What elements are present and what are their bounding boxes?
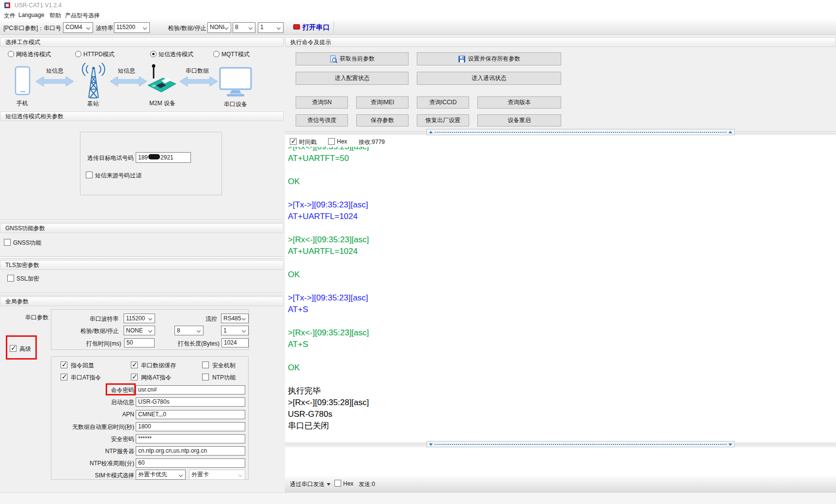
gnss-checkbox[interactable]: [4, 239, 11, 246]
log-splitter-handle[interactable]: [426, 129, 735, 135]
cmd-echo-checkbox[interactable]: [61, 362, 67, 368]
boot-info-input[interactable]: USR-G780s: [136, 397, 245, 407]
log-line: OK: [288, 176, 369, 188]
query-signal-button[interactable]: 查信号强度: [296, 114, 348, 126]
menu-item-product-model[interactable]: 产品型号选择: [65, 12, 100, 20]
enter-comm-button[interactable]: 进入通讯状态: [417, 72, 561, 85]
log-line: USR-G780s: [288, 409, 369, 420]
log-line: >[Rx<-][09:35:23][asc]: [288, 327, 369, 339]
radio-sms-mode[interactable]: [150, 51, 157, 57]
ntp-server-input[interactable]: cn.ntp.org.cn,us.ntp.org.cn: [136, 446, 245, 456]
security-password-input[interactable]: ******: [136, 434, 245, 443]
set-save-params-button[interactable]: 设置并保存所有参数: [417, 52, 561, 65]
arrow-icon: [35, 75, 74, 88]
log-line: [288, 374, 369, 385]
serial-stopbits-select[interactable]: 1: [221, 326, 249, 335]
diagram-node-serial-device: 串口设备: [224, 100, 247, 109]
menu-item-help[interactable]: 帮助: [49, 12, 61, 20]
log-hex-label: Hex: [337, 138, 347, 145]
log-line: [288, 315, 369, 327]
tower-icon: [77, 61, 110, 100]
save-icon: [458, 55, 466, 63]
com-port-select[interactable]: COM4: [63, 22, 93, 33]
menu-item-file[interactable]: 文件: [4, 12, 16, 20]
ntp-checkbox[interactable]: [202, 374, 209, 380]
device-restart-button[interactable]: 设备重启: [477, 114, 561, 126]
parity-label: 检验/数据/停止: [168, 24, 206, 32]
flow-select[interactable]: RS485: [221, 314, 249, 323]
sim-mode-select[interactable]: 外置卡优先: [136, 470, 186, 480]
log-area[interactable]: >[Rx<-][09:35:23][asc]AT+UARTFT=50OK>[Tx…: [285, 135, 836, 442]
baud-select[interactable]: 115200: [114, 22, 150, 33]
diagram-link-sms1: 短信息: [46, 67, 63, 75]
serial-params-label: 串口参数: [25, 314, 48, 322]
section-separator: [0, 256, 284, 259]
menu-item-language[interactable]: Language: [18, 12, 44, 18]
log-line: [288, 281, 369, 292]
auto-restart-input[interactable]: 1800: [136, 422, 245, 431]
apn-input[interactable]: CMNET,,,0: [136, 410, 245, 419]
arrow-icon: [110, 75, 147, 88]
send-input-area[interactable]: [285, 447, 836, 476]
timestamp-label: 时间戳: [299, 138, 316, 146]
diagram-node-phone: 手机: [16, 99, 28, 108]
send-hex-checkbox[interactable]: [334, 480, 341, 487]
ntp-server-label: NTP服务器: [51, 447, 134, 456]
radio-mqtt-mode[interactable]: [213, 51, 220, 57]
log-line: [288, 257, 369, 269]
work-mode-header: 选择工作模式: [0, 37, 284, 47]
save-params-button[interactable]: 保存参数: [356, 114, 409, 126]
status-bar: [0, 492, 836, 504]
security-password-label: 安全密码: [51, 435, 134, 443]
enter-config-button[interactable]: 进入配置状态: [296, 72, 409, 85]
log-line: >[Rx<-][09:35:28][asc]: [288, 397, 369, 409]
timestamp-checkbox[interactable]: [290, 138, 297, 145]
get-params-button[interactable]: 获取当前参数: [296, 52, 409, 65]
serial-baud-label: 串口波特率: [53, 315, 119, 323]
net-at-checkbox[interactable]: [131, 374, 138, 380]
cmd-password-input[interactable]: usr.cn#: [136, 385, 245, 394]
query-version-button[interactable]: 查询版本: [477, 96, 561, 109]
sms-source-filter-label: 短信来源号码过滤: [95, 172, 142, 180]
stopbits-select[interactable]: 1: [258, 22, 284, 33]
baud-label: 波特率: [96, 24, 113, 32]
log-hex-checkbox[interactable]: [328, 138, 335, 145]
redaction-blob: [148, 154, 160, 159]
databits-select[interactable]: 8: [233, 22, 255, 33]
radio-httpd-mode[interactable]: [75, 51, 81, 57]
parity-select[interactable]: NONI: [207, 22, 231, 33]
security-mech-checkbox[interactable]: [202, 362, 209, 368]
ssl-checkbox[interactable]: [7, 275, 14, 282]
log-line: [288, 350, 369, 362]
ntp-period-input[interactable]: 60: [136, 458, 245, 468]
app-icon: [4, 2, 11, 9]
flow-label: 流控: [194, 315, 217, 323]
toolbar-separator: [333, 21, 334, 33]
query-imei-button[interactable]: 查询IMEI: [356, 96, 409, 109]
radio-httpd-mode-label: HTTPD模式: [83, 50, 114, 59]
pack-len-input[interactable]: 1024: [221, 338, 249, 347]
serial-cache-checkbox[interactable]: [131, 362, 138, 368]
open-serial-button[interactable]: 打开串口: [302, 23, 330, 32]
serial-baud-select[interactable]: 115200: [124, 314, 155, 323]
sim-mode2-select[interactable]: 外置卡: [189, 470, 245, 480]
radio-net-mode[interactable]: [8, 51, 14, 57]
serial-parity-select[interactable]: NONE: [124, 326, 155, 335]
phone-icon: [15, 66, 31, 96]
tls-header: TLS加密参数: [0, 260, 284, 270]
send-splitter-handle[interactable]: [426, 441, 735, 447]
serial-databits-select[interactable]: 8: [174, 326, 204, 335]
sms-source-filter-checkbox[interactable]: [86, 172, 93, 178]
radio-sms-mode-label: 短信透传模式: [158, 50, 193, 59]
factory-reset-button[interactable]: 恢复出厂设置: [417, 114, 469, 126]
diagram-node-m2m: M2M 设备: [149, 99, 175, 108]
send-via-serial-button[interactable]: 通过串口发送: [290, 480, 325, 488]
query-iccid-button[interactable]: 查询ICCID: [417, 96, 469, 109]
serial-at-checkbox[interactable]: [61, 374, 67, 380]
phone-number-input[interactable]: 1892921: [136, 152, 191, 163]
advanced-checkbox[interactable]: [10, 345, 16, 352]
send-dropdown-caret[interactable]: [327, 483, 331, 486]
query-sn-button[interactable]: 查询SN: [296, 96, 348, 109]
toolbar: [PC串口参数]：串口号 COM4 波特率 115200 检验/数据/停止 NO…: [0, 19, 836, 35]
gnss-checkbox-label: GNSS功能: [13, 239, 41, 247]
